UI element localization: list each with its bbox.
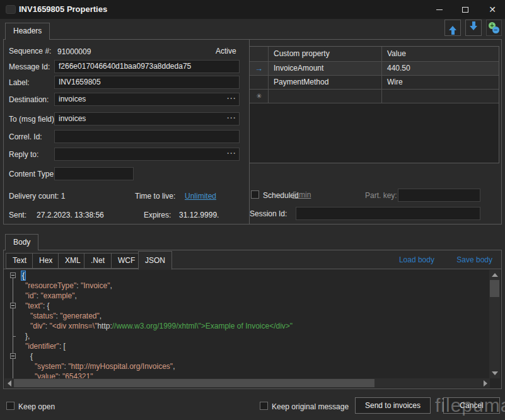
destination-browse-icon[interactable]: ··· <box>227 94 236 103</box>
code-line: }, <box>4 331 490 341</box>
sent-value: 27.2.2023. 13:38:56 <box>37 211 104 219</box>
grid-row-paymentmethod[interactable]: PaymentMethod Wire <box>250 76 499 90</box>
cancel-button[interactable]: Cancel <box>443 397 500 414</box>
body-panel: Text Hex XML .Net WCF JSON Load body Sav… <box>3 250 502 389</box>
to-text: invoices <box>59 114 86 123</box>
minimize-button[interactable] <box>429 2 450 17</box>
tab-json[interactable]: JSON <box>138 251 172 270</box>
scroll-left-icon <box>8 380 11 387</box>
add-remove-properties-button[interactable]: +− <box>486 20 502 36</box>
headers-panel: Sequence #: 91000009 Active Message Id: … <box>3 39 502 225</box>
fold-margin[interactable] <box>4 271 20 281</box>
code-line: "id": "example", <box>4 291 490 301</box>
destination-label: Destination: <box>9 95 49 104</box>
grid-row-new[interactable]: ✳ <box>250 90 499 103</box>
vertical-scrollbar[interactable] <box>489 270 500 378</box>
tab-wcf[interactable]: WCF <box>111 253 142 269</box>
fold-margin[interactable] <box>4 351 20 361</box>
close-button[interactable]: ✕ <box>482 2 502 17</box>
fold-collapse-icon <box>10 272 16 278</box>
grid-header-row: Custom property Value <box>250 47 499 62</box>
grid-cell-name[interactable]: PaymentMethod <box>269 76 382 90</box>
scroll-up-icon <box>492 273 498 277</box>
scroll-left-button[interactable] <box>5 379 13 387</box>
delivery-count-label: Delivery count: 1 <box>9 192 65 201</box>
window-title: INV1659805 Properties <box>19 4 107 14</box>
tab-xml[interactable]: XML <box>58 253 88 269</box>
tab-text[interactable]: Text <box>6 253 33 269</box>
reply-to-field[interactable]: ··· <box>54 148 240 161</box>
grid-col-custom-property: Custom property <box>269 47 382 62</box>
sequence-label: Sequence #: <box>9 47 51 55</box>
tab-json-label: JSON <box>145 256 165 265</box>
reply-to-browse-icon[interactable]: ··· <box>227 149 236 158</box>
grid-cell-name-empty[interactable] <box>269 90 382 103</box>
code-line: { <box>4 351 490 361</box>
horizontal-scrollbar[interactable] <box>4 378 490 388</box>
grid-row-invoiceamount[interactable]: → InvoiceAmount 440.50 <box>250 62 499 76</box>
grid-cell-value[interactable]: Wire <box>382 76 499 90</box>
ttl-link[interactable]: Unlimited <box>185 192 216 201</box>
message-id-text: f266e017046640d1baa0973a8ddeda75 <box>59 62 191 71</box>
part-key-field[interactable] <box>398 189 480 202</box>
save-body-link[interactable]: Save body <box>456 255 492 264</box>
close-icon: ✕ <box>489 4 496 15</box>
keep-original-checkbox[interactable] <box>260 402 268 410</box>
code-lines[interactable]: {"resourceType": "Invoice","id": "exampl… <box>4 269 490 379</box>
message-id-field[interactable]: f266e017046640d1baa0973a8ddeda75 <box>54 60 240 73</box>
tab-net[interactable]: .Net <box>84 253 112 269</box>
correl-id-field[interactable] <box>54 130 240 143</box>
tab-hex-label: Hex <box>39 256 52 265</box>
custom-properties-grid[interactable]: Custom property Value → InvoiceAmount 44… <box>249 46 499 163</box>
maximize-button[interactable] <box>455 2 475 17</box>
session-id-label: Session Id: <box>250 209 287 218</box>
fold-collapse-icon <box>10 303 16 308</box>
code-line: "text": { <box>4 301 490 311</box>
scroll-up-button[interactable] <box>490 271 499 279</box>
tab-hex[interactable]: Hex <box>32 253 59 269</box>
send-to-invoices-button[interactable]: Send to invoices <box>355 397 431 414</box>
scroll-down-button[interactable] <box>490 369 499 378</box>
tab-headers[interactable]: Headers <box>5 23 50 40</box>
status-badge: Active <box>216 47 236 55</box>
load-body-link[interactable]: Load body <box>399 255 434 264</box>
code-line: "resourceType": "Invoice", <box>4 281 490 291</box>
to-browse-icon[interactable]: ··· <box>227 114 236 122</box>
scroll-right-button[interactable] <box>481 379 489 387</box>
code-line: { <box>4 271 490 281</box>
keep-original-label: Keep original message <box>272 402 349 411</box>
code-line: "identifier": [ <box>4 341 490 351</box>
code-line: "system": "http://myHospital.org/Invoice… <box>4 361 490 371</box>
fold-margin[interactable] <box>4 301 20 311</box>
session-id-field[interactable] <box>296 207 480 220</box>
reply-to-label: Reply to: <box>9 150 38 159</box>
cancel-button-label: Cancel <box>460 401 483 410</box>
tab-body-label: Body <box>13 238 30 247</box>
tab-headers-label: Headers <box>13 26 42 35</box>
add-remove-properties-icon: +− <box>489 22 499 33</box>
to-label: To (msg field): <box>9 115 56 124</box>
next-message-button[interactable] <box>465 20 482 36</box>
label-text: INV1659805 <box>59 78 101 86</box>
scroll-down-icon <box>492 371 498 375</box>
content-type-label: Content Type: <box>9 170 56 178</box>
grid-cell-value[interactable]: 440.50 <box>382 62 499 76</box>
app-icon <box>6 5 16 14</box>
send-button-label: Send to invoices <box>365 401 421 410</box>
tab-body[interactable]: Body <box>5 234 38 250</box>
grid-cell-value-empty[interactable] <box>382 90 499 103</box>
previous-message-button[interactable] <box>444 20 461 36</box>
grid-selector-header <box>250 47 269 62</box>
keep-open-checkbox[interactable] <box>6 402 15 410</box>
scheduled-checkbox[interactable] <box>251 190 259 199</box>
destination-field[interactable]: invoices··· <box>54 93 240 106</box>
horizontal-scroll-thumb[interactable] <box>14 379 374 387</box>
to-field[interactable]: invoices··· <box>54 112 240 125</box>
current-row-icon: → <box>255 64 263 73</box>
ttl-label: Time to live: <box>135 192 175 201</box>
content-type-field[interactable] <box>54 167 134 180</box>
schedule-delay-link[interactable]: 5 min <box>293 190 311 199</box>
label-field[interactable]: INV1659805 <box>54 76 240 89</box>
grid-cell-name[interactable]: InvoiceAmount <box>269 62 382 76</box>
vertical-scroll-thumb[interactable] <box>490 280 499 297</box>
